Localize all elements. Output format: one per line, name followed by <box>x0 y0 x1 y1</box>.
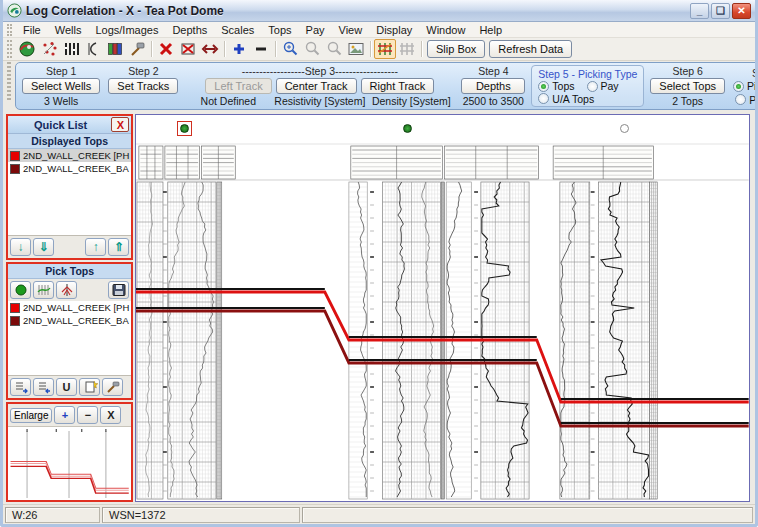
fit-width-icon[interactable] <box>199 39 221 59</box>
minimap-close-button[interactable]: X <box>100 406 121 424</box>
set-tracks-button[interactable]: Set Tracks <box>108 78 178 94</box>
undo-button[interactable]: U <box>56 378 77 396</box>
track-grid-icon[interactable] <box>33 281 54 299</box>
toolbar-separator <box>151 41 152 57</box>
radio-pick-across[interactable]: Pick Across <box>733 80 758 92</box>
list-back-icon[interactable] <box>33 378 54 396</box>
radio-pick-down-dot[interactable] <box>735 94 746 105</box>
tops-scatter-icon[interactable] <box>38 39 60 59</box>
increase-icon[interactable] <box>228 39 250 59</box>
center-track-info: Resistivity [System] <box>274 95 365 107</box>
tools-icon[interactable] <box>126 39 148 59</box>
app-window: Log Correlation - X - Tea Pot Dome _ ❏ ✕… <box>0 0 758 527</box>
depths-button[interactable]: Depths <box>461 78 525 94</box>
radio-pick-across-dot[interactable] <box>733 81 744 92</box>
toolbar-grip[interactable] <box>7 40 12 58</box>
enlarge-button[interactable]: Enlarge <box>10 408 52 423</box>
window-title: Log Correlation - X - Tea Pot Dome <box>26 4 688 18</box>
step3-label: ------------------Step 3----------------… <box>242 65 398 77</box>
radio-tops[interactable]: Tops <box>538 80 574 92</box>
delete-top-icon[interactable] <box>155 39 177 59</box>
save-icon[interactable] <box>108 281 129 299</box>
close-button[interactable]: ✕ <box>732 3 751 19</box>
select-tops-button[interactable]: Select Tops <box>650 78 725 94</box>
list-item[interactable]: 2ND_WALL_CREEK_BA <box>8 314 131 327</box>
select-wells-button[interactable]: Select Wells <box>22 78 100 94</box>
radio-pay-dot[interactable] <box>587 81 598 92</box>
list-item[interactable]: 2ND_WALL_CREEK [PH <box>8 149 131 162</box>
menu-help[interactable]: Help <box>472 23 509 37</box>
center-track-button[interactable]: Center Track <box>276 78 357 94</box>
correlation-view-icon[interactable] <box>374 39 396 59</box>
radio-tops-dot[interactable] <box>538 81 549 92</box>
refresh-data-button[interactable]: Refresh Data <box>489 40 572 58</box>
list-item[interactable]: 2ND_WALL_CREEK [PH <box>8 301 131 314</box>
step6-info: 2 Tops <box>672 95 703 107</box>
menu-display[interactable]: Display <box>369 23 419 37</box>
menu-depths[interactable]: Depths <box>165 23 214 37</box>
radio-ua-tops[interactable]: U/A Tops <box>538 93 594 105</box>
well-log-tracks[interactable] <box>136 115 749 501</box>
menu-window[interactable]: Window <box>419 23 472 37</box>
radio-pay[interactable]: Pay <box>587 80 619 92</box>
menu-wells[interactable]: Wells <box>48 23 89 37</box>
top-tools-icon[interactable] <box>102 378 123 396</box>
move-top-button[interactable]: ⇑ <box>108 238 129 256</box>
wells-globe-icon[interactable] <box>16 39 38 59</box>
menu-file[interactable]: File <box>16 23 48 37</box>
zoom-in-icon[interactable] <box>279 39 301 59</box>
quick-list-title: Quick List <box>10 119 111 131</box>
enlarge-panel: Enlarge + − X <box>6 402 133 502</box>
radio-ua-tops-dot[interactable] <box>538 93 549 104</box>
menu-bar: File Wells Logs/Images Depths Scales Top… <box>3 22 755 38</box>
step-5-picking-type: Step 5 - Picking Type Tops Pay U/A Tops <box>531 65 644 107</box>
left-track-info: Not Defined <box>186 95 270 107</box>
grid-display-icon[interactable] <box>104 39 126 59</box>
displayed-tops-list: 2ND_WALL_CREEK [PH 2ND_WALL_CREEK_BA <box>8 149 131 236</box>
menu-logs-images[interactable]: Logs/Images <box>88 23 165 37</box>
steps-panel: Step 1 Select Wells 3 Wells Step 2 Set T… <box>15 62 758 110</box>
delete-box-icon[interactable] <box>177 39 199 59</box>
menu-scales[interactable]: Scales <box>214 23 261 37</box>
steps-grip[interactable] <box>7 62 11 100</box>
pick-mode-icon[interactable] <box>10 281 31 299</box>
quick-list-close-button[interactable]: X <box>111 117 129 132</box>
step-6: Step 6 Select Tops 2 Tops <box>648 65 727 107</box>
well-marker-selected[interactable] <box>177 121 192 136</box>
menu-grip[interactable] <box>7 24 12 36</box>
radio-pick-down[interactable]: Pick Down <box>735 94 758 106</box>
minimap-zoom-in-button[interactable]: + <box>54 406 75 424</box>
list-item[interactable]: 2ND_WALL_CREEK_BA <box>8 162 131 175</box>
zoom-out-icon <box>301 39 323 59</box>
menu-view[interactable]: View <box>332 23 370 37</box>
right-track-button[interactable]: Right Track <box>361 78 435 94</box>
move-bottom-button[interactable]: ⇓ <box>33 238 54 256</box>
new-top-icon[interactable] <box>79 378 100 396</box>
slip-box-button[interactable]: Slip Box <box>427 40 485 58</box>
move-up-button[interactable]: ↑ <box>85 238 106 256</box>
correlation-minimap[interactable] <box>8 426 131 500</box>
decrease-icon[interactable] <box>250 39 272 59</box>
curve-display-icon[interactable] <box>82 39 104 59</box>
well-marker-icon <box>180 124 189 133</box>
displayed-tops-header: Displayed Tops <box>8 134 131 149</box>
image-icon[interactable] <box>345 39 367 59</box>
list-forward-icon[interactable] <box>10 378 31 396</box>
status-well-count: W:26 <box>5 507 100 523</box>
menu-pay[interactable]: Pay <box>299 23 332 37</box>
left-track-button: Left Track <box>205 78 271 94</box>
minimap-zoom-out-button[interactable]: − <box>77 406 98 424</box>
curves-icon[interactable] <box>56 281 77 299</box>
menu-tops[interactable]: Tops <box>261 23 298 37</box>
step-1: Step 1 Select Wells 3 Wells <box>20 65 102 107</box>
maximize-button[interactable]: ❏ <box>711 3 730 19</box>
move-down-button[interactable]: ↓ <box>10 238 31 256</box>
steps-bar: Step 1 Select Wells 3 Wells Step 2 Set T… <box>3 61 755 112</box>
zoom-window-icon <box>323 39 345 59</box>
top-color-swatch <box>10 164 20 174</box>
sidebar: Quick List X Displayed Tops 2ND_WALL_CRE… <box>3 112 134 504</box>
tracks-icon[interactable] <box>60 39 82 59</box>
log-correlation-canvas[interactable] <box>135 114 750 502</box>
step-3: ------------------Step 3----------------… <box>184 65 455 107</box>
minimize-button[interactable]: _ <box>690 3 709 19</box>
